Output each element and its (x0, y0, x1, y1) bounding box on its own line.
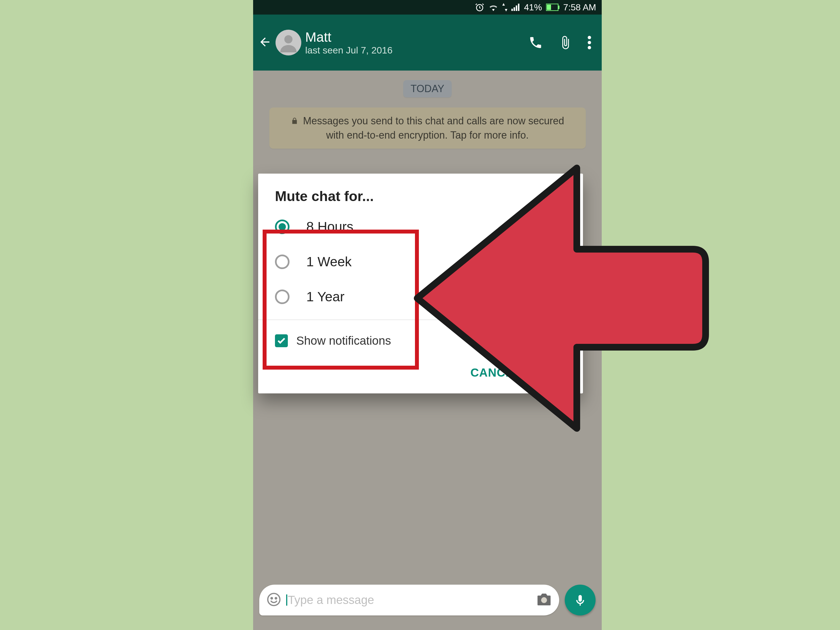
more-menu-button[interactable] (582, 35, 597, 50)
option-label: 1 Week (306, 254, 352, 269)
dialog-title: Mute chat for... (258, 174, 583, 212)
mute-option-1-week[interactable]: 1 Week (275, 254, 566, 269)
avatar[interactable] (276, 30, 301, 55)
last-seen: last seen Jul 7, 2016 (305, 45, 519, 56)
svg-rect-7 (546, 5, 551, 10)
emoji-icon[interactable] (267, 592, 281, 608)
svg-rect-1 (511, 9, 513, 11)
svg-rect-6 (558, 6, 559, 9)
option-label: 1 Year (306, 289, 344, 304)
cancel-button[interactable]: CANCEL (471, 366, 521, 379)
battery-charging-icon (546, 4, 559, 11)
svg-point-15 (541, 597, 547, 603)
checkbox-label: Show notifications (296, 334, 391, 347)
svg-point-12 (268, 593, 280, 605)
compose-bar: Type a message (253, 579, 602, 630)
svg-rect-4 (518, 4, 519, 11)
call-button[interactable] (523, 35, 548, 50)
checkbox-checked-icon (275, 334, 288, 347)
svg-rect-2 (513, 7, 515, 11)
svg-point-9 (588, 36, 591, 39)
mic-button[interactable] (565, 585, 595, 616)
svg-point-11 (588, 46, 591, 49)
data-icon (502, 3, 507, 11)
dialog-actions: CANCEL OK (258, 353, 583, 393)
status-bar: 41% 7:58 AM (253, 0, 602, 14)
svg-point-14 (275, 597, 276, 599)
mute-option-1-year[interactable]: 1 Year (275, 289, 566, 304)
message-input-container: Type a message (259, 585, 559, 616)
radio-icon (275, 254, 289, 269)
mute-dialog: Mute chat for... 8 Hours 1 Week 1 Year S… (258, 174, 583, 393)
svg-rect-3 (516, 6, 517, 11)
mute-options: 8 Hours 1 Week 1 Year (258, 212, 583, 313)
battery-percent: 41% (524, 2, 542, 13)
svg-point-10 (588, 41, 591, 44)
contact-info[interactable]: Matt last seen Jul 7, 2016 (305, 29, 519, 56)
attach-button[interactable] (553, 35, 578, 50)
message-input[interactable]: Type a message (286, 593, 531, 607)
contact-name: Matt (305, 29, 519, 45)
back-button[interactable] (258, 35, 272, 50)
wifi-icon (488, 3, 498, 11)
chat-header: Matt last seen Jul 7, 2016 (253, 14, 602, 71)
alarm-icon (475, 3, 485, 12)
radio-selected-icon (275, 219, 289, 234)
radio-icon (275, 289, 289, 304)
svg-point-13 (271, 597, 272, 599)
show-notifications-toggle[interactable]: Show notifications (258, 320, 583, 353)
camera-icon[interactable] (536, 593, 552, 607)
signal-icon (511, 4, 520, 11)
svg-point-8 (284, 35, 292, 43)
clock-time: 7:58 AM (564, 2, 596, 13)
option-label: 8 Hours (306, 219, 354, 234)
ok-button[interactable]: OK (545, 366, 563, 379)
mute-option-8-hours[interactable]: 8 Hours (275, 219, 566, 234)
